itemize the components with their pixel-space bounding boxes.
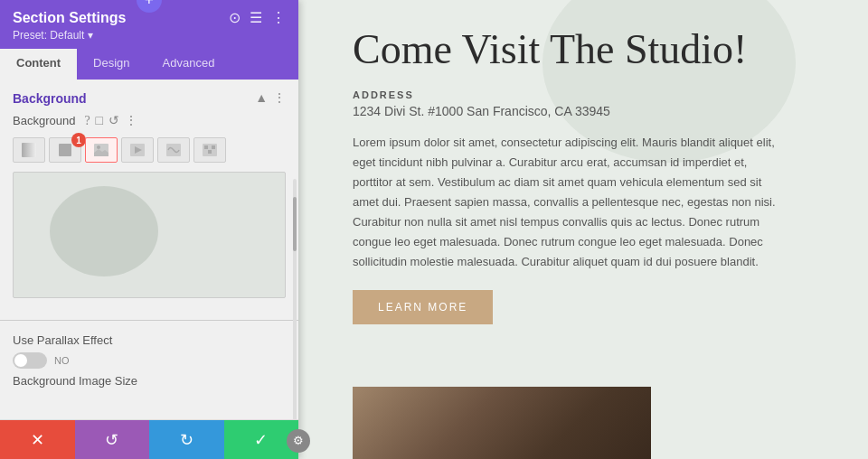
- redo-icon: ↻: [180, 430, 193, 450]
- confirm-icon: ✓: [254, 430, 268, 450]
- bg-type-pattern[interactable]: [193, 137, 226, 163]
- toggle-text: NO: [54, 355, 70, 366]
- address-text: 1234 Divi St. #1000 San Francisco, CA 33…: [353, 104, 787, 118]
- learn-more-button[interactable]: LEARN MORE: [353, 290, 493, 324]
- tab-design[interactable]: Design: [77, 49, 146, 80]
- content-inner: Come Visit The Studio! ADDRESS 1234 Divi…: [353, 27, 787, 339]
- bg-type-video[interactable]: [121, 137, 154, 163]
- panel-grid-icon[interactable]: ☰: [250, 9, 262, 26]
- panel-body: Background ▲ ⋮ Background ? □ ↺ ⋮: [0, 80, 298, 419]
- tab-advanced[interactable]: Advanced: [146, 49, 231, 80]
- parallax-toggle-row: NO: [13, 352, 286, 369]
- tab-content[interactable]: Content: [0, 49, 77, 80]
- photo-preview: [353, 387, 651, 459]
- panel-view-icon[interactable]: ⊙: [229, 9, 241, 26]
- panel-tabs: Content Design Advanced: [0, 49, 298, 80]
- cancel-icon: ✕: [31, 430, 44, 450]
- bg-type-mask[interactable]: [157, 137, 190, 163]
- background-section: Background ▲ ⋮ Background ? □ ↺ ⋮: [0, 80, 298, 316]
- bg-label: Background: [13, 114, 75, 127]
- address-label: ADDRESS: [353, 89, 787, 100]
- svg-rect-9: [212, 145, 215, 149]
- parallax-section: Use Parallax Effect NO: [0, 324, 298, 374]
- scroll-thumb: [293, 197, 297, 251]
- bg-type-color[interactable]: 1: [49, 137, 81, 163]
- parallax-toggle[interactable]: [13, 352, 47, 369]
- bg-more-icon[interactable]: ⋮: [125, 113, 137, 128]
- scrollbar[interactable]: [293, 179, 297, 419]
- bg-type-tabs: 1: [13, 137, 286, 163]
- bg-reset-icon[interactable]: ↺: [108, 113, 119, 128]
- settings-panel: + Section Settings ⊙ ☰ ⋮ Preset: Default…: [0, 0, 298, 459]
- photo-preview-inner: [353, 387, 651, 459]
- bg-copy-icon[interactable]: □: [96, 114, 103, 128]
- background-row: Background ? □ ↺ ⋮: [13, 113, 286, 128]
- panel-header-icons: ⊙ ☰ ⋮: [229, 9, 286, 26]
- parallax-label: Use Parallax Effect: [13, 333, 286, 347]
- bg-row-icons: ? □ ↺ ⋮: [84, 113, 137, 128]
- svg-rect-1: [59, 144, 71, 156]
- svg-rect-0: [22, 143, 36, 157]
- color-badge: 1: [71, 133, 86, 147]
- bg-blob: [50, 186, 158, 276]
- gear-icon: ⚙: [293, 434, 304, 448]
- bg-type-gradient[interactable]: [13, 137, 45, 163]
- background-section-controls: ▲ ⋮: [255, 90, 286, 106]
- toggle-knob: [14, 354, 27, 367]
- bg-image-size-section: Background Image Size: [0, 374, 298, 393]
- panel-divider: [0, 320, 298, 321]
- redo-button[interactable]: ↻: [149, 420, 224, 459]
- panel-more-icon[interactable]: ⋮: [271, 9, 286, 26]
- bg-help-icon[interactable]: ?: [84, 114, 90, 128]
- panel-preset[interactable]: Preset: Default ▾: [13, 29, 286, 42]
- cancel-button[interactable]: ✕: [0, 420, 75, 459]
- page-title: Come Visit The Studio!: [353, 27, 787, 73]
- bg-image-size-label: Background Image Size: [13, 374, 286, 388]
- svg-rect-8: [204, 145, 208, 149]
- panel-title: Section Settings: [13, 10, 126, 26]
- page-content: Come Visit The Studio! ADDRESS 1234 Divi…: [298, 0, 868, 459]
- settings-corner-icon[interactable]: ⚙: [287, 429, 310, 453]
- action-bar: ✕ ↺ ↻ ✓ ⚙: [0, 419, 298, 459]
- body-text: Lorem ipsum dolor sit amet, consectetur …: [353, 133, 787, 273]
- bg-section-more-icon[interactable]: ⋮: [273, 90, 286, 106]
- undo-icon: ↺: [105, 430, 118, 450]
- svg-point-3: [97, 145, 100, 149]
- bg-preview: [13, 172, 286, 298]
- background-section-title: Background: [13, 91, 87, 106]
- undo-button[interactable]: ↺: [75, 420, 150, 459]
- bg-type-image[interactable]: [85, 137, 118, 163]
- collapse-icon[interactable]: ▲: [255, 91, 268, 106]
- svg-rect-10: [208, 150, 212, 154]
